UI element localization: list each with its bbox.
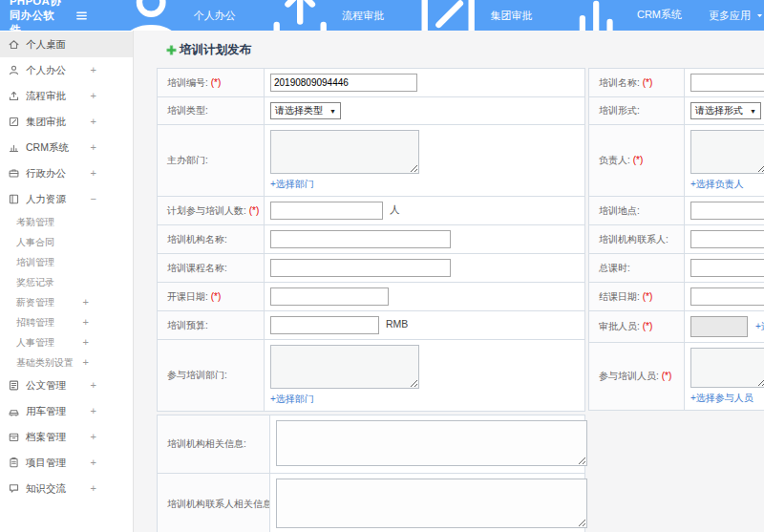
textarea-input[interactable] (270, 345, 419, 389)
text-input[interactable] (690, 230, 764, 248)
sidebar-item-3[interactable]: 集团审批+ (0, 109, 133, 135)
expand-toggle-icon[interactable]: + (91, 168, 96, 179)
expand-toggle-icon[interactable]: + (83, 317, 89, 328)
expand-toggle-icon[interactable]: − (91, 194, 96, 204)
expand-toggle-icon[interactable]: + (91, 380, 96, 391)
sidebar-item-label: 用车管理 (26, 405, 66, 418)
field-label-cell: 培训类型: (158, 97, 265, 125)
expand-toggle-icon[interactable]: + (91, 458, 96, 468)
text-input[interactable] (270, 287, 389, 306)
expand-toggle-icon[interactable]: + (83, 297, 89, 308)
sidebar-item-label: 个人桌面 (26, 38, 66, 52)
field-label-cell: 参与培训部门: (158, 340, 265, 412)
field-label: 参与培训部门: (167, 370, 227, 380)
form-row: 结课日期:(*) (589, 283, 764, 311)
text-input[interactable] (690, 259, 764, 277)
textarea-input[interactable] (276, 420, 587, 466)
choose-link[interactable]: +选择负责人 (690, 178, 764, 191)
form-row: 培训机构相关信息: (158, 415, 585, 474)
hamburger-icon[interactable] (74, 9, 89, 23)
text-input[interactable] (270, 202, 383, 220)
sidebar-item-label: 项目管理 (26, 457, 66, 470)
field-label-cell: 计划参与培训人数:(*) (158, 197, 265, 225)
text-input[interactable] (270, 316, 379, 334)
sidebar-item-9[interactable]: 档案管理+ (0, 424, 133, 450)
sidebar-item-label: 公文管理 (26, 379, 66, 393)
text-input[interactable] (690, 74, 764, 92)
expand-toggle-icon[interactable]: + (91, 142, 96, 153)
choose-link[interactable]: +选择参与人员 (690, 392, 764, 405)
expand-toggle-icon[interactable]: + (91, 117, 96, 127)
form-row: 计划参与培训人数:(*)人 (158, 197, 585, 225)
caret-down-icon: ▼ (750, 108, 756, 115)
topnav-item-label: 集团审批 (491, 9, 533, 23)
sidebar-item-11[interactable]: 知识交流+ (0, 476, 133, 501)
required-marker: (*) (211, 291, 222, 302)
sidebar-item-6-children-6[interactable]: 人事管理+ (0, 332, 133, 352)
expand-toggle-icon[interactable]: + (91, 432, 96, 442)
text-input[interactable] (270, 230, 451, 248)
input-suffix: 人 (390, 203, 400, 215)
form-row: 开课日期:(*) (158, 283, 585, 311)
sidebar-item-6-children-4[interactable]: 薪资管理+ (0, 292, 133, 312)
select-dropdown[interactable]: 请选择类型▼ (270, 102, 341, 119)
readonly-text-input[interactable] (690, 316, 748, 337)
page-title: 培训计划发布 (180, 42, 251, 58)
sidebar-item-2[interactable]: 流程审批+ (0, 83, 133, 109)
expand-toggle-icon[interactable]: + (91, 483, 96, 494)
select-value: 请选择形式 (695, 104, 743, 117)
field-control-cell: 请选择形式▼ (685, 97, 764, 125)
expand-toggle-icon[interactable]: + (91, 91, 96, 101)
text-input[interactable] (270, 74, 417, 92)
sidebar-item-6-children-1[interactable]: 人事合同 (0, 232, 133, 252)
topnav-item-label: 流程审批 (342, 9, 384, 23)
topnav-item-label: CRM系统 (637, 8, 682, 22)
expand-toggle-icon[interactable]: + (91, 406, 96, 416)
sidebar-item-6[interactable]: 人力资源− (0, 186, 133, 212)
sidebar-item-label: 基础类别设置 (16, 356, 74, 370)
expand-toggle-icon[interactable]: + (83, 337, 89, 348)
sidebar-item-6-children-3[interactable]: 奖惩记录 (0, 272, 133, 292)
textarea-input[interactable] (690, 130, 764, 174)
field-label: 结课日期: (599, 291, 640, 302)
field-label: 培训形式: (599, 105, 640, 116)
sidebar-item-5[interactable]: 行政办公+ (0, 160, 133, 186)
text-input[interactable] (690, 202, 764, 220)
text-input[interactable] (270, 259, 451, 277)
textarea-input[interactable] (690, 348, 764, 388)
sidebar-item-0[interactable]: 个人桌面 (0, 32, 133, 57)
sidebar-item-1[interactable]: 个人办公+ (0, 57, 133, 83)
choose-link[interactable]: +选择审批人员 (755, 320, 764, 333)
caret-down-icon (755, 11, 764, 20)
field-label-cell: 培训机构联系人: (589, 225, 685, 254)
sidebar-item-8[interactable]: 用车管理+ (0, 398, 133, 424)
field-control-cell (685, 225, 764, 254)
sidebar-item-4[interactable]: CRM系统+ (0, 135, 133, 160)
form-row: 培训形式:请选择形式▼ (589, 97, 764, 125)
select-dropdown[interactable]: 请选择形式▼ (690, 102, 761, 119)
topnav-item-4[interactable]: 更多应用 (709, 9, 764, 23)
textarea-input[interactable] (276, 479, 587, 528)
form-row: 培训类型:请选择类型▼ (158, 97, 585, 125)
topnav-item-label: 更多应用 (709, 9, 751, 23)
sidebar-item-6-children-5[interactable]: 招聘管理+ (0, 312, 133, 332)
expand-toggle-icon[interactable]: + (83, 357, 89, 368)
field-label: 培训类型: (167, 105, 208, 116)
expand-toggle-icon[interactable]: + (91, 65, 96, 75)
sidebar-item-7[interactable]: 公文管理+ (0, 372, 133, 398)
field-control-cell (685, 197, 764, 225)
form-row: 培训预算:RMB (158, 311, 585, 340)
field-label-cell: 负责人:(*) (589, 125, 685, 197)
form-row: 培训编号:(*) (158, 69, 585, 97)
sidebar-item-6-children-0[interactable]: 考勤管理 (0, 212, 133, 232)
sidebar-item-6-children-7[interactable]: 基础类别设置+ (0, 352, 133, 372)
field-label-cell: 培训名称:(*) (589, 69, 685, 97)
chart-icon (8, 141, 20, 154)
sidebar-item-10[interactable]: 项目管理+ (0, 450, 133, 476)
choose-link[interactable]: +选择部门 (270, 178, 579, 191)
field-control-cell (265, 283, 585, 311)
sidebar-item-6-children-2[interactable]: 培训管理 (0, 252, 133, 272)
text-input[interactable] (690, 287, 764, 306)
choose-link[interactable]: +选择部门 (270, 393, 579, 406)
textarea-input[interactable] (270, 130, 419, 174)
